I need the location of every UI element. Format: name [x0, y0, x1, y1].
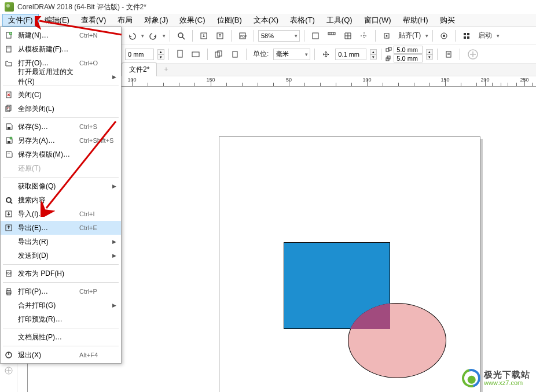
menu-bar: 文件(F) 编辑(E) 查看(V) 布局 对象(J) 效果(C) 位图(B) 文…: [0, 14, 536, 27]
add-tab-button[interactable]: ＋: [158, 62, 174, 76]
menu-item-C[interactable]: 关闭(C): [1, 88, 121, 102]
search-button[interactable]: [174, 29, 188, 43]
menu-shortcut: Ctrl+S: [79, 123, 121, 130]
menu-item-label: 获取图像(Q): [17, 182, 79, 191]
menu-table[interactable]: 表格(T): [284, 14, 321, 27]
menu-item-label: 打开(O)…: [17, 58, 79, 68]
add-button[interactable]: [464, 47, 482, 61]
quick-customize-button[interactable]: [1, 363, 16, 378]
menu-item-I[interactable]: 导入(I)…Ctrl+I: [1, 207, 121, 221]
menu-item-F[interactable]: 从模板新建(F)…: [1, 42, 121, 56]
separator: [207, 49, 208, 60]
separator: [304, 30, 304, 42]
current-page-button[interactable]: [228, 47, 242, 61]
menu-item-label: 另存为(A)…: [17, 136, 79, 146]
dropdown-arrow-icon[interactable]: ▾: [163, 33, 166, 39]
menu-item-R[interactable]: 打印预览(R)…: [1, 312, 121, 326]
spinner[interactable]: ▴▾: [157, 49, 164, 60]
menu-item-A[interactable]: 另存为(A)…Ctrl+Shift+S: [1, 134, 121, 147]
zoom-value: 58%: [261, 32, 274, 39]
show-grid-button[interactable]: [341, 29, 355, 43]
menu-edit[interactable]: 编辑(E): [39, 14, 75, 27]
separator: [375, 30, 376, 42]
svg-rect-78: [7, 289, 10, 291]
menu-item-label: 关闭(C): [17, 90, 79, 100]
menu-layout[interactable]: 布局: [112, 14, 138, 27]
separator: [381, 49, 381, 60]
menu-view[interactable]: 查看(V): [75, 14, 112, 27]
watermark-logo-icon: [462, 369, 480, 387]
launch-label[interactable]: 启动: [478, 31, 492, 40]
menu-effects[interactable]: 效果(C): [174, 14, 211, 27]
svg-rect-67: [8, 141, 10, 143]
export-button[interactable]: [213, 29, 227, 43]
menu-item-G[interactable]: 合并打印(G)▶: [1, 298, 121, 312]
all-pages-button[interactable]: [212, 47, 226, 61]
svg-point-14: [386, 35, 388, 36]
separator: [314, 49, 315, 60]
menu-item-label: 文档属性(P)…: [17, 332, 79, 342]
spinner[interactable]: ▴▾: [370, 49, 377, 60]
menu-item-label: 保存为模版(M)…: [17, 150, 79, 160]
menu-item-E[interactable]: 导出(E)…Ctrl+E: [1, 221, 121, 235]
save-icon: [1, 123, 17, 131]
menu-item-D[interactable]: 发送到(D)▶: [1, 249, 121, 262]
dup-x-icon: [386, 47, 392, 53]
landscape-button[interactable]: [189, 47, 203, 61]
menu-help[interactable]: 帮助(H): [397, 14, 434, 27]
menu-text[interactable]: 文本(X): [248, 14, 284, 27]
document-tab[interactable]: 文件2*: [122, 62, 157, 76]
show-rulers-button[interactable]: [325, 29, 339, 43]
snap-label[interactable]: 贴齐(T): [398, 31, 421, 40]
menu-item-S[interactable]: 保存(S)…Ctrl+S: [1, 120, 121, 134]
spinner[interactable]: ▴▾: [426, 49, 433, 60]
dropdown-arrow-icon[interactable]: ▾: [497, 33, 500, 39]
fullscreen-button[interactable]: [309, 29, 322, 43]
menu-separator: [3, 346, 119, 346]
zoom-level-dropdown[interactable]: 58%: [258, 30, 300, 42]
menu-item-[interactable]: 搜索内容: [1, 193, 121, 207]
menu-item-PDFH[interactable]: PDF发布为 PDF(H): [1, 267, 121, 280]
show-guides-button[interactable]: [357, 29, 371, 43]
menu-window[interactable]: 窗口(W): [358, 14, 397, 27]
separator: [168, 49, 169, 60]
duplicate-x-input[interactable]: 5.0 mm: [394, 46, 423, 54]
menu-item-R[interactable]: 导出为(R)▶: [1, 235, 121, 249]
publish-pdf-button[interactable]: PDF: [236, 29, 249, 43]
menu-item-Q[interactable]: 获取图像(Q)▶: [1, 179, 121, 193]
new-icon: +: [1, 31, 17, 39]
dropdown-arrow-icon[interactable]: ▾: [425, 33, 428, 39]
menu-item-X[interactable]: 退出(X)Alt+F4: [1, 348, 121, 362]
separator: [231, 30, 232, 42]
redo-button[interactable]: [146, 29, 160, 43]
menu-purchase[interactable]: 购买: [434, 14, 461, 27]
doc-options-button[interactable]: [442, 47, 456, 61]
menu-item-P[interactable]: 文档属性(P)…: [1, 330, 121, 344]
page: [219, 136, 480, 392]
svg-rect-65: [7, 105, 11, 110]
dropdown-arrow-icon[interactable]: ▾: [141, 33, 144, 39]
duplicate-y-input[interactable]: 5.0 mm: [394, 54, 423, 62]
import-button[interactable]: [197, 29, 211, 43]
svg-rect-18: [467, 33, 469, 35]
menu-item-label: 发送到(D): [17, 251, 79, 261]
portrait-button[interactable]: [173, 47, 187, 61]
watermark-url: www.xz7.com: [484, 379, 530, 386]
menu-object[interactable]: 对象(J): [138, 14, 174, 27]
menu-item-P[interactable]: 打印(P)…Ctrl+P: [1, 284, 121, 298]
menu-bitmap[interactable]: 位图(B): [211, 14, 248, 27]
menu-item-R[interactable]: 打开最近用过的文件(R)▶: [1, 70, 121, 84]
units-dropdown[interactable]: 毫米: [273, 49, 310, 60]
menu-file[interactable]: 文件(F): [2, 14, 39, 27]
page-width-input[interactable]: 0 mm: [125, 49, 154, 60]
menu-tools[interactable]: 工具(Q): [321, 14, 358, 27]
undo-button[interactable]: [125, 29, 139, 43]
menu-item-L[interactable]: 全部关闭(L): [1, 102, 121, 116]
svg-point-71: [7, 198, 10, 202]
menu-item-label: 导出为(R): [17, 237, 79, 247]
menu-item-M[interactable]: 保存为模版(M)…: [1, 147, 121, 161]
menu-item-N[interactable]: +新建(N)…Ctrl+N: [1, 28, 121, 42]
options-button[interactable]: [437, 29, 451, 43]
menu-item-label: 新建(N)…: [17, 31, 79, 40]
nudge-distance-input[interactable]: 0.1 mm: [335, 49, 366, 60]
